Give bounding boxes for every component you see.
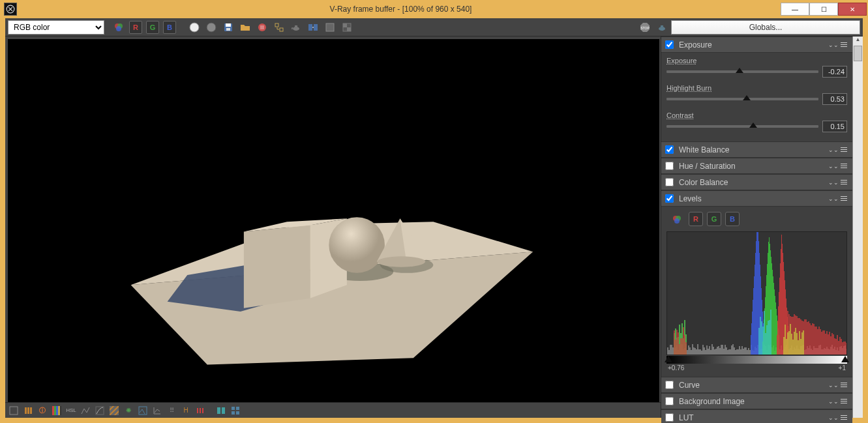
status-icon-colorbars[interactable]	[51, 405, 63, 416]
compare-icon[interactable]	[305, 20, 321, 35]
section-header-levels[interactable]: Levels ⌄⌄	[661, 190, 852, 207]
menu-icon[interactable]	[839, 381, 848, 390]
sphere-gray-icon[interactable]	[203, 20, 219, 35]
stop-red-icon[interactable]	[254, 20, 270, 35]
teapot-icon[interactable]	[288, 20, 304, 35]
slider-track[interactable]	[666, 70, 818, 73]
status-icon-curve[interactable]	[94, 405, 106, 416]
status-icon-gear[interactable]: ✺	[123, 405, 134, 416]
collapse-icon[interactable]: ⌄⌄	[829, 178, 838, 187]
section-checkbox[interactable]	[665, 162, 674, 170]
save-icon[interactable]	[220, 20, 236, 35]
collapse-icon[interactable]: ⌄⌄	[829, 162, 838, 171]
status-icon-h[interactable]: H	[180, 405, 192, 416]
slider-track[interactable]	[666, 125, 818, 128]
status-icon-bars[interactable]	[194, 405, 206, 416]
slider-thumb[interactable]	[736, 68, 743, 73]
blue-channel-button[interactable]: B	[162, 20, 177, 35]
grid-b-icon[interactable]	[339, 20, 355, 35]
section-header[interactable]: LUT ⌄⌄	[661, 409, 852, 423]
collapse-icon[interactable]: ⌄⌄	[829, 397, 838, 406]
collapse-icon[interactable]: ⌄⌄	[829, 40, 838, 50]
status-icon-info[interactable]: ⓘ	[37, 405, 48, 416]
teapot2-icon[interactable]	[654, 20, 670, 35]
status-icon-levels[interactable]	[80, 405, 91, 416]
levels-g-button[interactable]: G	[707, 212, 721, 226]
main-row: ⓘ HSL ✺ ⠿ H	[5, 36, 863, 418]
channel-select[interactable]: RGB color	[8, 20, 104, 35]
svg-point-23	[659, 27, 665, 31]
status-icon-split[interactable]	[215, 405, 227, 416]
svg-rect-43	[52, 406, 54, 415]
levels-checkbox[interactable]	[665, 194, 674, 203]
collapse-icon[interactable]: ⌄⌄	[829, 413, 838, 422]
collapse-icon[interactable]: ⌄⌄	[829, 381, 838, 390]
status-icon-stripes[interactable]	[108, 405, 120, 416]
section-header[interactable]: Curve ⌄⌄	[661, 377, 852, 393]
red-channel-button[interactable]: R	[128, 20, 143, 35]
side-scrollbar[interactable]: ▲	[852, 36, 863, 418]
slider-thumb[interactable]	[743, 95, 751, 100]
section-checkbox[interactable]	[665, 397, 674, 405]
status-icon-grid[interactable]	[230, 405, 241, 416]
levels-rgb-icon[interactable]	[669, 212, 685, 227]
levels-gradient[interactable]	[666, 356, 847, 364]
slider-track[interactable]	[666, 98, 818, 100]
levels-r-button[interactable]: R	[689, 212, 703, 226]
stop-sign-icon[interactable]: STOP	[637, 20, 653, 35]
slider-value[interactable]	[822, 121, 847, 132]
menu-icon[interactable]	[839, 413, 848, 422]
section-checkbox[interactable]	[665, 413, 674, 422]
svg-rect-58	[236, 411, 239, 415]
slider-thumb[interactable]	[749, 123, 757, 128]
render-viewport[interactable]	[8, 39, 659, 402]
status-icon-hsl[interactable]: HSL	[65, 405, 77, 416]
section-checkbox[interactable]	[665, 178, 674, 186]
section-title: Curve	[679, 381, 700, 390]
section-header-exposure[interactable]: Exposure ⌄⌄	[661, 36, 852, 53]
exposure-checkbox[interactable]	[665, 40, 674, 49]
menu-icon[interactable]	[839, 397, 848, 406]
window-buttons: — ☐ ✕	[781, 3, 867, 16]
section-checkbox[interactable]	[665, 381, 674, 389]
status-icon-dots[interactable]: ⠿	[166, 405, 177, 416]
close-button[interactable]: ✕	[838, 3, 867, 16]
menu-icon[interactable]	[839, 40, 848, 50]
svg-rect-51	[200, 408, 201, 413]
grid-a-icon[interactable]	[322, 20, 338, 35]
svg-rect-55	[232, 407, 235, 410]
section-header[interactable]: White Balance ⌄⌄	[661, 141, 852, 158]
rgb-swirl-icon[interactable]	[111, 20, 127, 35]
section-header[interactable]: Background Image ⌄⌄	[661, 393, 852, 409]
menu-icon[interactable]	[839, 162, 848, 171]
status-icon-1[interactable]	[8, 405, 20, 416]
slider-value[interactable]	[822, 66, 847, 78]
scrollbar-thumb[interactable]	[854, 46, 862, 61]
status-icon-graph[interactable]	[137, 405, 149, 416]
section-checkbox[interactable]	[665, 145, 674, 154]
menu-icon[interactable]	[839, 145, 848, 154]
minimize-button[interactable]: —	[781, 3, 809, 16]
folder-icon[interactable]	[237, 20, 253, 35]
svg-rect-41	[30, 407, 32, 414]
collapse-icon[interactable]: ⌄⌄	[829, 145, 838, 154]
green-channel-button[interactable]: G	[145, 20, 160, 35]
svg-rect-19	[343, 23, 347, 27]
status-icon-chart[interactable]	[151, 405, 163, 416]
status-icon-2[interactable]	[22, 405, 34, 416]
menu-icon[interactable]	[839, 178, 848, 187]
levels-white-point[interactable]	[841, 356, 849, 362]
section-header[interactable]: Color Balance ⌄⌄	[661, 174, 852, 190]
menu-icon[interactable]	[839, 194, 848, 203]
region-icon[interactable]	[271, 20, 287, 35]
maximize-button[interactable]: ☐	[809, 3, 838, 16]
collapse-icon[interactable]: ⌄⌄	[829, 194, 838, 203]
section-header[interactable]: Hue / Saturation ⌄⌄	[661, 158, 852, 174]
slider-value[interactable]	[822, 93, 847, 105]
levels-b-button[interactable]: B	[725, 212, 740, 226]
svg-point-37	[378, 256, 425, 267]
globals-button[interactable]: Globals...	[671, 20, 860, 35]
sphere-white-icon[interactable]	[187, 20, 202, 35]
levels-black-point[interactable]	[665, 356, 672, 362]
svg-point-34	[329, 217, 385, 273]
